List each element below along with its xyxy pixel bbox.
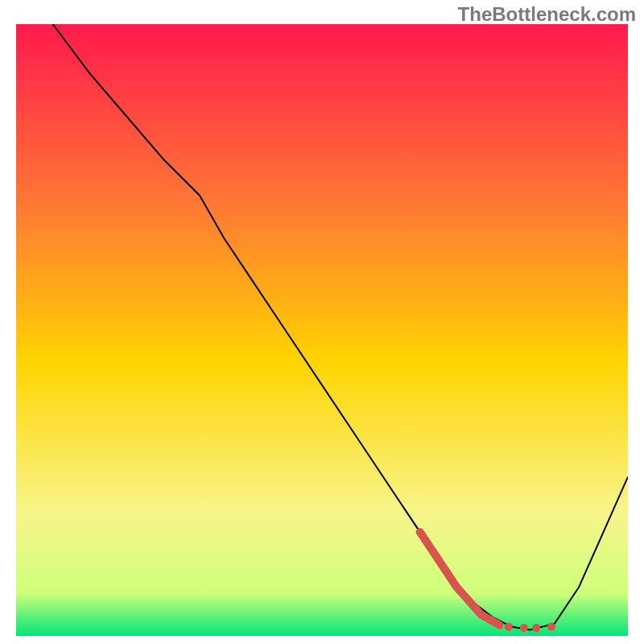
point-highlight-dots-1: [520, 624, 528, 632]
watermark-text: TheBottleneck.com: [458, 3, 636, 26]
plot-area: [16, 24, 628, 636]
gradient-background: [16, 24, 628, 636]
point-highlight-dots-3: [547, 623, 555, 631]
chart-svg: [16, 24, 628, 636]
chart-stage: TheBottleneck.com: [0, 0, 644, 644]
point-highlight-dots-0: [505, 623, 513, 631]
point-highlight-dots-2: [532, 624, 540, 632]
